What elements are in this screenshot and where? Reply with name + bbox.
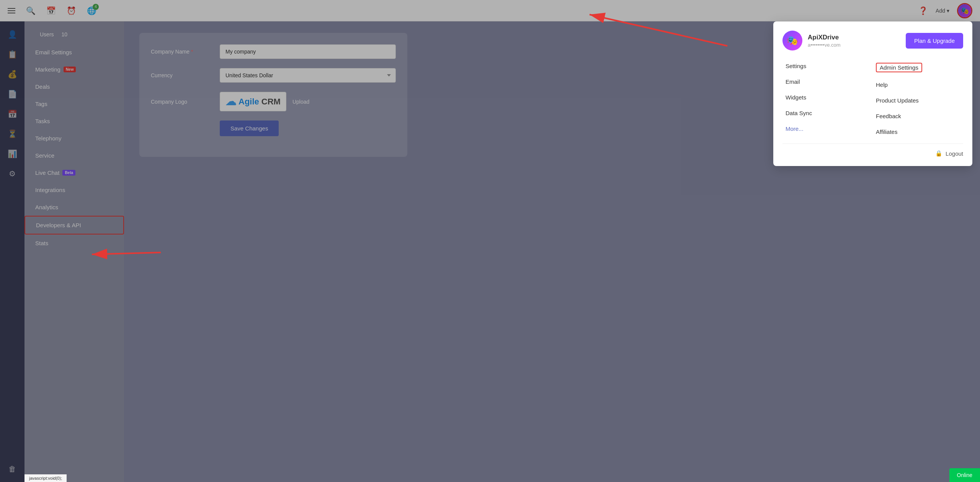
plan-upgrade-button[interactable]: Plan & Upgrade (906, 33, 963, 49)
user-info: ApiXDrive a••••••••ve.com (808, 34, 841, 48)
popup-item-settings[interactable]: Settings (782, 58, 873, 74)
online-label: Online (957, 472, 972, 478)
popup-divider (782, 143, 963, 144)
popup-menu: Settings Email Widgets Data Sync More...… (782, 58, 963, 140)
app-name: ApiXDrive (808, 34, 841, 41)
user-email: a••••••••ve.com (808, 42, 841, 48)
popup-item-feedback[interactable]: Feedback (873, 108, 963, 124)
popup-item-email[interactable]: Email (782, 74, 873, 90)
online-status: Online (949, 468, 980, 482)
popup-col-2: Admin Settings Help Product Updates Feed… (873, 58, 963, 140)
logout-row[interactable]: 🔒 Logout (782, 148, 963, 157)
admin-settings-highlight: Admin Settings (876, 63, 922, 72)
lock-icon: 🔒 (935, 150, 942, 157)
user-popup: 🎭 ApiXDrive a••••••••ve.com Plan & Upgra… (773, 21, 972, 166)
popup-item-help[interactable]: Help (873, 77, 963, 93)
popup-item-data-sync[interactable]: Data Sync (782, 105, 873, 121)
popup-item-admin-settings[interactable]: Admin Settings (873, 58, 963, 77)
popup-item-product-updates[interactable]: Product Updates (873, 93, 963, 108)
user-popup-header: 🎭 ApiXDrive a••••••••ve.com Plan & Upgra… (782, 31, 963, 50)
popup-col-1: Settings Email Widgets Data Sync More... (782, 58, 873, 140)
popup-item-more[interactable]: More... (782, 121, 873, 137)
logout-label: Logout (946, 150, 963, 157)
popup-item-affiliates[interactable]: Affiliates (873, 124, 963, 140)
popup-item-widgets[interactable]: Widgets (782, 90, 873, 105)
user-popup-profile: 🎭 ApiXDrive a••••••••ve.com (782, 31, 841, 50)
user-popup-avatar: 🎭 (782, 31, 802, 50)
js-status-bar: javascript:void(0); (24, 474, 67, 482)
